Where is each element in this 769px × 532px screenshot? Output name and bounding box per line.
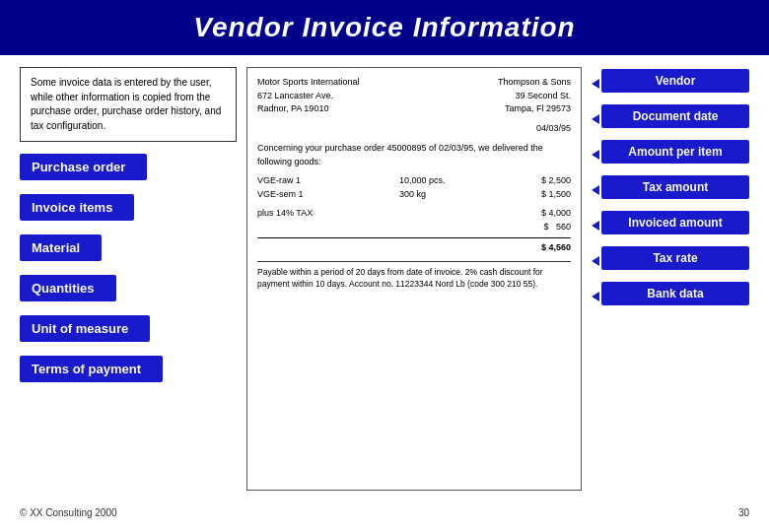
terms-of-payment-arrow-icon — [143, 365, 151, 374]
invoice-items-arrow-icon — [114, 203, 122, 213]
invoice-item-row-1: VGE-raw 1 VGE-sem 1 10,000 pcs. 300 kg $… — [257, 173, 571, 202]
item-1-qty: 10,000 pcs. — [399, 173, 541, 187]
unit-of-measure-label: Unit of measure — [20, 315, 150, 342]
invoice-tax-row: plus 14% TAX $ 4,000 $ 560 — [257, 206, 571, 234]
vendor-address: Thompson & Sons 39 Second St. Tampa, Fl … — [498, 76, 571, 116]
tax-rate-label: Tax rate — [601, 246, 749, 270]
item-1-amount: $ 2,500 — [541, 173, 571, 187]
item-2-qty: 300 kg — [399, 187, 541, 201]
purchase-order-arrow-icon — [127, 163, 135, 172]
invoice-document: Motor Sports International 672 Lancaster… — [246, 67, 582, 491]
tax-text: plus 14% TAX — [257, 206, 313, 234]
right-panel: Vendor Document date Amount per item Tax… — [592, 67, 749, 491]
invoice-terms: Payable within a period of 20 days from … — [257, 261, 571, 292]
copyright-text: © XX Consulting 2000 — [20, 507, 117, 518]
document-date-arrow-icon — [592, 114, 599, 124]
vendor-arrow-icon — [592, 79, 599, 89]
tax-amount-label: Tax amount — [601, 175, 749, 199]
label-row-material: Material — [20, 234, 237, 261]
label-row-quantities: Quantities — [20, 275, 237, 301]
terms-of-payment-label: Terms of payment — [20, 356, 163, 382]
vendor-name: Thompson & Sons — [498, 76, 571, 90]
bank-data-label: Bank data — [601, 282, 749, 305]
item-1-name: VGE-raw 1 — [257, 173, 399, 187]
item-2-name: VGE-sem 1 — [257, 187, 399, 201]
invoice-items-qtys: 10,000 pcs. 300 kg — [399, 173, 541, 202]
document-date-label: Document date — [601, 104, 749, 128]
vendor-label: Vendor — [601, 69, 749, 93]
page-title: Vendor Invoice Information — [0, 12, 769, 43]
label-row-unit-of-measure: Unit of measure — [20, 315, 237, 342]
invoice-meta: 04/03/95 — [257, 122, 571, 136]
label-row-terms-of-payment: Terms of payment — [20, 356, 237, 382]
invoice-items-names: VGE-raw 1 VGE-sem 1 — [257, 173, 399, 202]
vendor-label-wrap: Vendor — [592, 69, 749, 99]
left-panel: Some invoice data is entered by the user… — [20, 67, 237, 491]
bank-data-label-wrap: Bank data — [592, 282, 749, 311]
invoiced-amount-arrow-icon — [592, 221, 599, 231]
label-row-purchase-order: Purchase order — [20, 154, 237, 180]
label-row-invoice-items: Invoice items — [20, 194, 237, 221]
tax-amount-arrow-icon — [592, 185, 599, 195]
invoice-items-amounts: $ 2,500 $ 1,500 — [541, 173, 571, 202]
main-content: Some invoice data is entered by the user… — [0, 55, 769, 499]
quantities-arrow-icon — [97, 284, 105, 294]
amount-per-item-arrow-icon — [592, 150, 599, 160]
material-arrow-icon — [82, 243, 90, 253]
item-2-amount: $ 1,500 — [541, 187, 571, 201]
center-panel: Motor Sports International 672 Lancaster… — [246, 67, 582, 491]
amount-per-item-label-wrap: Amount per item — [592, 140, 749, 169]
vendor-street: 39 Second St. — [498, 90, 571, 103]
document-date-label-wrap: Document date — [592, 104, 749, 134]
footer: © XX Consulting 2000 30 — [0, 499, 769, 526]
invoiced-amount-label: Invoiced amount — [601, 211, 749, 234]
page-number: 30 — [738, 507, 749, 518]
purchase-order-text: Concerning your purchase order 45000895 … — [257, 141, 571, 169]
info-box-text: Some invoice data is entered by the user… — [31, 77, 221, 131]
invoiced-amount-label-wrap: Invoiced amount — [592, 211, 749, 240]
unit-of-measure-arrow-icon — [130, 324, 138, 334]
quantities-label: Quantities — [20, 275, 116, 301]
invoice-body: Concerning your purchase order 45000895 … — [257, 141, 571, 291]
invoice-total: $ 4,560 — [257, 237, 571, 254]
tax-amount-label-wrap: Tax amount — [592, 175, 749, 205]
recipient-address: Motor Sports International 672 Lancaster… — [257, 76, 360, 116]
bank-data-arrow-icon — [592, 292, 599, 301]
vendor-city: Tampa, Fl 29573 — [498, 102, 571, 116]
material-label: Material — [20, 234, 102, 261]
tax-rate-arrow-icon — [592, 256, 599, 266]
amount-per-item-label: Amount per item — [601, 140, 749, 164]
recipient-street: 672 Lancaster Ave. — [257, 90, 360, 103]
page-header: Vendor Invoice Information — [0, 0, 769, 55]
recipient-name: Motor Sports International — [257, 76, 360, 90]
invoice-items-label: Invoice items — [20, 194, 134, 221]
info-box: Some invoice data is entered by the user… — [20, 67, 237, 142]
tax-amounts: $ 4,000 $ 560 — [541, 206, 571, 234]
recipient-city: Radnor, PA 19010 — [257, 102, 360, 116]
tax-rate-label-wrap: Tax rate — [592, 246, 749, 276]
purchase-order-label: Purchase order — [20, 154, 147, 180]
invoice-header-row: Motor Sports International 672 Lancaster… — [257, 76, 571, 116]
invoice-date: 04/03/95 — [536, 122, 571, 136]
